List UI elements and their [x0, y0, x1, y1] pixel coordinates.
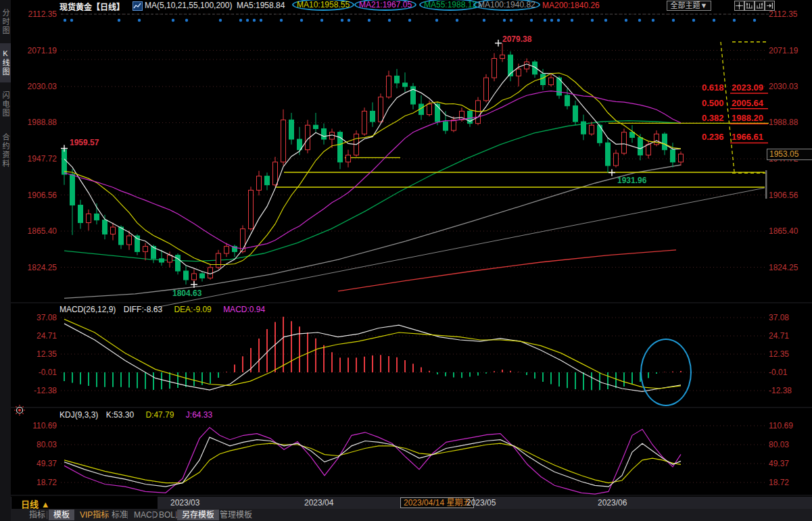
fib-price-label: 1988.20	[732, 113, 763, 123]
kdj-axis-label: 80.03	[769, 440, 789, 449]
price-axis-label: 1988.88	[19, 118, 57, 127]
ma-value-1: MA10:1958.55	[292, 0, 354, 11]
kdj-axis-label: 110.69	[19, 421, 57, 430]
ma-value-5: MA200:1840.26	[542, 1, 600, 10]
macd-axis-label: 12.35	[19, 349, 57, 359]
macd-axis-label: 37.08	[19, 313, 57, 322]
sidebar-tab-candle-chart[interactable]: K线图	[0, 43, 11, 82]
overlay-lines	[64, 121, 765, 307]
date-tick-label: 2023/06	[598, 498, 627, 507]
kdj-axis-label: 49.37	[19, 459, 57, 468]
trading-app-window: 现货黄金【日线】 MA(5,10,21,55,100,200) MA5:1958…	[0, 0, 812, 521]
period-zone: 日线 ▲	[11, 497, 158, 509]
price-marker-label: 1804.63	[172, 289, 201, 298]
macd-highlight-circle	[640, 339, 692, 406]
macd-params-label: MACD(26,12,9)	[59, 305, 116, 314]
ma-settings-label: MA(5,10,21,55,100,200)	[145, 1, 232, 10]
macd-axis-label: -0.01	[19, 368, 57, 377]
sidebar-tab-flash-chart[interactable]: 闪电图	[0, 85, 11, 123]
price-axis-label: 1865.40	[19, 226, 57, 236]
price-axis-label: 2030.03	[769, 82, 798, 91]
period-label: 日线	[21, 499, 39, 510]
pane-separators	[11, 303, 812, 495]
macd-axis-label: -12.38	[769, 386, 792, 395]
price-axis-label: 1988.88	[769, 118, 798, 127]
fib-price-label: 2023.09	[732, 82, 763, 93]
kdj-axis-label: 18.72	[19, 478, 57, 487]
price-axis-label: 1906.56	[19, 191, 57, 200]
kdj-params-label: KDJ(9,3,3)	[59, 410, 98, 420]
price-marker-label: 2079.38	[502, 34, 531, 44]
chart-type-sidebar: 分时图 K线图 闪电图 合约资料	[0, 0, 11, 521]
date-tick-label: 2023/03	[170, 498, 199, 507]
line-chart-icon	[133, 1, 143, 11]
kdj-k-value: K:53.30	[106, 410, 134, 420]
kdj-axis-label: 110.69	[769, 421, 793, 430]
price-axis-label: 2030.03	[19, 82, 57, 91]
macd-dea-value: DEA:-9.09	[174, 305, 211, 314]
fib-ratio-label: 0.500	[702, 98, 724, 108]
sidebar-tab-time-chart[interactable]: 分时图	[0, 3, 11, 41]
kdj-header: KDJ(9,3,3) K:53.30 D:47.79 J:64.33	[59, 410, 212, 420]
kdj-axis-label: 18.72	[769, 478, 789, 487]
chart-canvas	[0, 0, 812, 521]
price-marker-label: 1959.57	[70, 138, 99, 147]
ma-value-2: MA21:1967.05	[354, 0, 416, 11]
price-axis-label: 1824.25	[769, 263, 798, 272]
kdj-axis-label: 80.03	[19, 440, 57, 449]
macd-lines	[64, 319, 681, 391]
fib-ratio-label: 0.236	[702, 132, 724, 142]
period-arrow-icon: ▲	[41, 499, 50, 510]
instrument-title: 现货黄金【日线】	[59, 1, 124, 12]
tab-templates[interactable]: 模板	[49, 510, 74, 520]
macd-header: MACD(26,12,9) DIFF:-8.63 DEA:-9.09 MACD:…	[59, 305, 265, 314]
event-markers	[64, 19, 756, 22]
indicator-tab-bar: 指标 模板 VIP指标 标准 MACD BOLL 另存模板 管理模板	[11, 509, 812, 521]
macd-macd-value: MACD:0.94	[223, 305, 265, 314]
price-axis-label: 1824.25	[19, 263, 57, 272]
kdj-j-value: J:64.33	[186, 410, 212, 420]
crosshair-date-badge: 2023/04/14 星期五	[400, 497, 474, 508]
ma-value-0: MA5:1958.84	[237, 1, 285, 10]
fit-right-icon[interactable]	[755, 1, 765, 11]
date-tick-label: 2023/05	[467, 498, 496, 507]
kdj-axis-label: 49.37	[769, 459, 789, 468]
fib-ratio-label: 0.618	[702, 82, 724, 93]
chart-header: 现货黄金【日线】 MA(5,10,21,55,100,200) MA5:1958…	[0, 0, 812, 11]
macd-axis-label: 24.71	[769, 331, 789, 341]
fib-price-label: 2005.64	[732, 98, 763, 108]
sidebar-tab-contract-info[interactable]: 合约资料	[0, 126, 11, 176]
kdj-d-value: D:47.79	[145, 410, 174, 420]
macd-histogram	[64, 317, 681, 391]
fit-left-icon[interactable]	[744, 1, 755, 11]
ma-value-4: MA100:1940.82	[473, 0, 540, 11]
date-tick-label: 2023/04	[304, 498, 333, 507]
macd-axis-label: 24.71	[19, 331, 57, 341]
ma-lines	[64, 64, 681, 274]
price-marker-label: 1931.96	[617, 176, 646, 185]
price-axis-label: 2071.19	[19, 46, 57, 55]
ma-value-3: MA55:1988.12	[419, 0, 481, 11]
tab-save-template[interactable]: 另存模板	[177, 510, 219, 520]
macd-axis-label: 37.08	[769, 313, 789, 322]
last-price-badge: 1953.05	[767, 149, 812, 160]
macd-axis-label: -0.01	[769, 368, 787, 377]
go-end-icon[interactable]	[765, 1, 775, 11]
fib-ratio-label: 0.382	[702, 113, 724, 123]
timeline-bar: 日线 ▲ 2023/04/14 星期五 2023/032023/042023/0…	[11, 497, 812, 509]
fib-price-label: 1966.61	[732, 132, 763, 142]
kdj-lines	[64, 428, 681, 495]
indicator-settings-icon	[14, 405, 25, 416]
price-axis-label: 1865.40	[769, 226, 798, 236]
theme-selector-button[interactable]: 全部主题▼	[667, 1, 711, 11]
macd-diff-value: DIFF:-8.63	[124, 305, 162, 314]
crosshair-pan-icon[interactable]	[734, 1, 744, 11]
mini-scrollbar[interactable]	[765, 170, 767, 199]
price-axis-label: 2071.19	[769, 46, 798, 55]
macd-axis-label: -12.38	[19, 386, 57, 395]
macd-axis-label: 12.35	[769, 349, 789, 359]
tab-manage-templates[interactable]: 管理模板	[215, 510, 257, 520]
price-axis-label: 1947.72	[19, 154, 57, 164]
price-axis-label: 1906.56	[769, 191, 798, 200]
